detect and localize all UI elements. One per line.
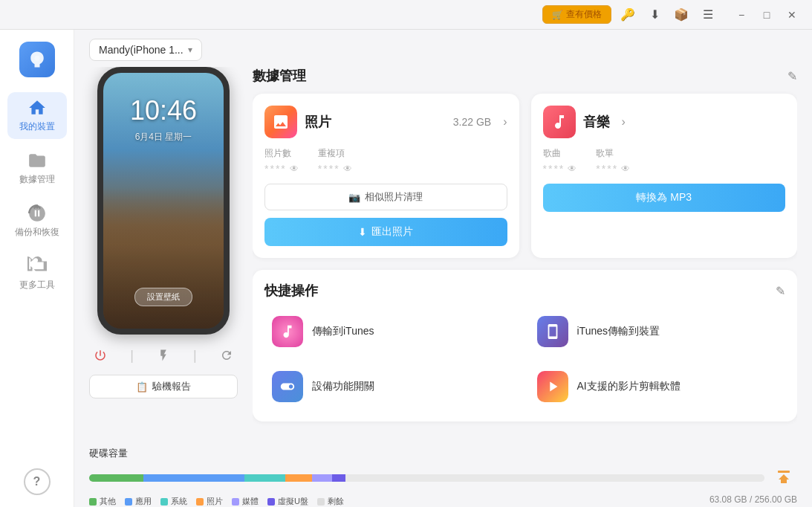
- quick-actions-grid: 傳輸到iTunes iTunes傳輸到裝置 設備: [264, 309, 785, 410]
- divider-1: |: [130, 348, 134, 364]
- music-stat-songs: 歌曲 **** 👁: [543, 147, 579, 175]
- data-management-edit-icon[interactable]: ✎: [787, 69, 797, 83]
- cart-icon: 🛒: [552, 10, 563, 20]
- diagnostics-button[interactable]: 📋 驗機報告: [89, 375, 238, 398]
- phone-screen: 10:46 6月4日 星期一 設置壁紙: [103, 73, 224, 329]
- eye-icon-2[interactable]: 👁: [343, 164, 354, 174]
- storage-seg-photos: [285, 474, 312, 482]
- photos-card: 照片 3.22 GB › 照片數 **** 👁: [253, 94, 519, 258]
- export-photos-button[interactable]: ⬇ 匯出照片: [264, 218, 507, 246]
- storage-area: 硬碟容量: [74, 441, 812, 507]
- data-management-section: 數據管理 ✎ 照片 3.22 GB ›: [253, 67, 797, 258]
- convert-mp3-button[interactable]: 轉換為 MP3: [543, 184, 786, 212]
- help-button[interactable]: ?: [24, 468, 51, 495]
- storage-seg-other: [89, 474, 143, 482]
- maximize-button[interactable]: □: [756, 4, 778, 25]
- storage-seg-media: [312, 474, 332, 482]
- photos-stat-duplicates: 重複項 **** 👁: [318, 147, 354, 175]
- quick-actions-section: 快捷操作 ✎ 傳輸到iTunes: [253, 270, 797, 422]
- legend-photos: 照片: [196, 496, 223, 507]
- box-icon[interactable]: 📦: [671, 4, 692, 25]
- legend-system: 系統: [160, 496, 187, 507]
- send-to-itunes-button[interactable]: 傳輸到iTunes: [264, 309, 521, 355]
- divider-2: |: [193, 348, 197, 364]
- storage-seg-free: [345, 474, 764, 482]
- power-button[interactable]: [88, 343, 112, 367]
- refresh-button[interactable]: [215, 343, 238, 367]
- photos-card-arrow-icon[interactable]: ›: [503, 115, 507, 129]
- camera-icon: 📷: [348, 192, 360, 203]
- legend-media: 媒體: [232, 496, 259, 507]
- key-icon[interactable]: 🔑: [617, 4, 638, 25]
- music-card-icon: [543, 106, 576, 138]
- music-card-arrow-icon[interactable]: ›: [622, 115, 626, 129]
- window-controls: − □ ✕: [730, 4, 803, 25]
- chevron-down-icon: ▾: [188, 45, 192, 55]
- storage-seg-apps: [143, 474, 244, 482]
- music-card-stats: 歌曲 **** 👁 歌單 ****: [543, 147, 786, 175]
- music-card: 音樂 › 歌曲 **** 👁: [531, 94, 798, 258]
- download-icon[interactable]: ⬇: [644, 4, 665, 25]
- music-card-header: 音樂 ›: [543, 106, 786, 138]
- right-panel: 數據管理 ✎ 照片 3.22 GB ›: [253, 67, 797, 441]
- tools-icon: [27, 256, 47, 276]
- quick-actions-edit-icon[interactable]: ✎: [776, 284, 785, 298]
- photos-card-header: 照片 3.22 GB ›: [264, 106, 507, 138]
- legend-free: 剩餘: [317, 496, 344, 507]
- report-icon: 📋: [136, 381, 148, 393]
- sidebar-item-more-tools[interactable]: 更多工具: [7, 251, 67, 297]
- itunes-icon: [272, 316, 303, 347]
- photos-card-icon: [264, 106, 297, 138]
- ai-video-button[interactable]: AI支援的影片剪輯軟體: [530, 364, 786, 410]
- eye-icon-4[interactable]: 👁: [621, 164, 631, 174]
- storage-label: 硬碟容量: [89, 447, 128, 460]
- sidebar-item-backup-restore[interactable]: 備份和恢復: [7, 198, 67, 245]
- music-stat-playlist: 歌單 **** 👁: [596, 147, 631, 175]
- storage-seg-system: [244, 474, 285, 482]
- legend-other: 其他: [89, 496, 116, 507]
- main-area: 我的裝置 數據管理 備份和恢復 更多工具 ?: [0, 30, 812, 507]
- titlebar: 🛒 查有價格 🔑 ⬇ 📦 ☰ − □ ✕: [0, 0, 812, 30]
- phone-date: 6月4日 星期一: [135, 131, 192, 143]
- price-button[interactable]: 🛒 查有價格: [542, 5, 611, 24]
- storage-seg-udisk: [332, 474, 345, 482]
- menu-icon[interactable]: ☰: [698, 4, 718, 25]
- svg-point-0: [34, 56, 39, 61]
- sidebar-item-my-device[interactable]: 我的裝置: [7, 92, 67, 139]
- clean-button[interactable]: [770, 465, 797, 491]
- quick-actions-title: 快捷操作: [264, 282, 318, 300]
- storage-used-label: 63.08 GB / 256.00 GB: [709, 494, 797, 505]
- sidebar-item-data-manage[interactable]: 數據管理: [7, 145, 67, 192]
- photos-card-size: 3.22 GB: [453, 116, 491, 128]
- device-name: Mandy(iPhone 1...: [99, 44, 183, 56]
- folder-icon: [27, 151, 47, 170]
- home-icon: [27, 98, 47, 117]
- data-management-title: 數據管理: [253, 67, 306, 85]
- itunes-to-device-button[interactable]: iTunes傳輸到裝置: [530, 309, 786, 355]
- minimize-button[interactable]: −: [730, 4, 753, 25]
- storage-legend: 其他 應用 系統 照片: [89, 496, 344, 507]
- storage-bar: [89, 474, 764, 482]
- set-wallpaper-button[interactable]: 設置壁紙: [134, 288, 192, 306]
- photos-stat-count: 照片數 **** 👁: [264, 147, 300, 175]
- flash-button[interactable]: [152, 343, 175, 367]
- ai-video-icon: [537, 371, 568, 402]
- settings-toggle-icon: [272, 371, 303, 402]
- sidebar: 我的裝置 數據管理 備份和恢復 更多工具 ?: [0, 30, 74, 507]
- eye-icon-3[interactable]: 👁: [568, 164, 578, 174]
- eye-icon-1[interactable]: 👁: [290, 164, 300, 174]
- data-cards-row: 照片 3.22 GB › 照片數 **** 👁: [253, 94, 797, 258]
- phone-area: 10:46 6月4日 星期一 設置壁紙 | |: [89, 67, 238, 441]
- download-icon: ⬇: [358, 226, 367, 238]
- phone-mockup: 10:46 6月4日 星期一 設置壁紙: [97, 67, 230, 335]
- similar-photos-cleanup-button[interactable]: 📷 相似照片清理: [264, 184, 507, 210]
- legend-apps: 應用: [125, 496, 152, 507]
- phone-time: 10:46: [130, 95, 197, 126]
- device-header: Mandy(iPhone 1... ▾: [74, 30, 812, 67]
- phone-controls: | |: [88, 343, 238, 367]
- close-button[interactable]: ✕: [781, 4, 803, 25]
- photos-card-title: 照片: [305, 113, 331, 131]
- quick-actions-header: 快捷操作 ✎: [264, 282, 785, 300]
- device-toggle-button[interactable]: 設備功能開關: [264, 364, 521, 410]
- device-selector[interactable]: Mandy(iPhone 1... ▾: [89, 39, 202, 61]
